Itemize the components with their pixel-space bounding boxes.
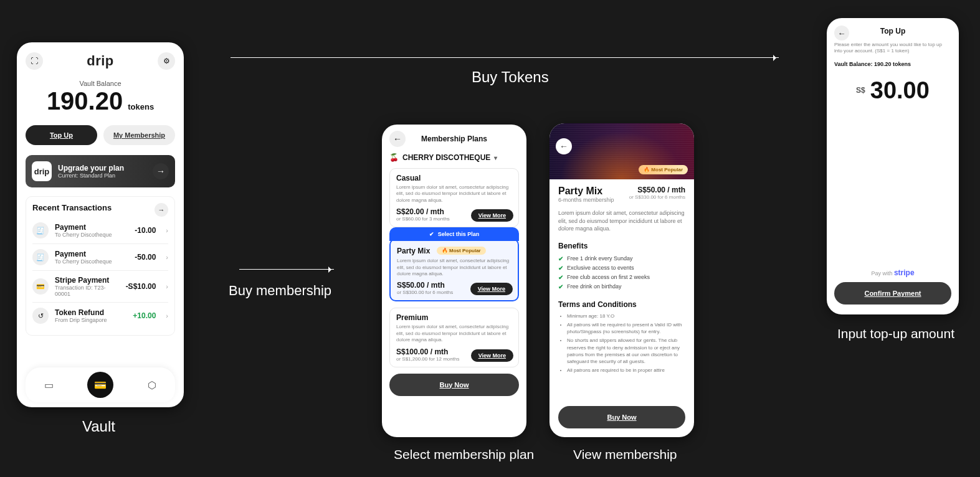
check-icon: ✔ — [558, 255, 563, 262]
term-item: Minimum age: 18 Y.O — [567, 313, 685, 319]
upgrade-title: Upgrade your plan — [58, 164, 124, 172]
arrow-buy-membership — [239, 269, 334, 270]
plan-desc: Lorem ipsum dolor sit amet, consectetur … — [397, 258, 511, 277]
tx-amount: -50.00 — [135, 253, 156, 262]
tx-name: Payment — [55, 250, 128, 258]
plan-card-partymix: ✔ Select this Plan Party Mix 🔥 Most Popu… — [389, 238, 519, 301]
upgrade-card[interactable]: drip Upgrade your plan Current: Standard… — [26, 155, 175, 187]
plan-name: Party Mix — [397, 247, 430, 255]
upgrade-sub: Current: Standard Plan — [58, 172, 124, 179]
see-all-icon[interactable]: → — [155, 203, 168, 217]
plan-card-casual: Casual Lorem ipsum dolor sit amet, conse… — [389, 168, 519, 227]
chevron-right-icon: → — [153, 163, 169, 179]
topup-hint: Please enter the amount you would like t… — [834, 42, 951, 55]
stripe-logo: stripe — [894, 268, 915, 277]
tx-amount: +10.00 — [133, 311, 156, 320]
tx-name: Token Refund — [55, 308, 126, 317]
check-icon: ✔ — [558, 265, 563, 272]
plan-alt: or S$330.00 for 6 months — [629, 194, 685, 200]
scan-icon[interactable]: ⛶ — [26, 52, 43, 70]
app-logo: drip — [87, 53, 114, 69]
check-icon: ✔ — [429, 231, 434, 237]
select-banner: ✔ Select this Plan — [389, 227, 519, 241]
plan-name: Premium — [396, 313, 512, 322]
benefit-row: ✔Free club access on first 2 weeks — [558, 273, 685, 282]
buy-now-button[interactable]: Buy Now — [389, 374, 519, 396]
pay-with-row: Pay with stripe — [834, 268, 951, 277]
wallet-icon[interactable]: 💳 — [87, 372, 113, 398]
box-icon[interactable]: ⬡ — [144, 377, 160, 393]
page-title: Top Up — [834, 27, 951, 35]
vault-screen: ⛶ drip ⚙ Vault Balance 190.20 tokens Top… — [17, 42, 184, 407]
amount-value: 30.00 — [870, 77, 930, 104]
tx-sub: From Drip Singapore — [55, 317, 126, 323]
tx-row[interactable]: 💳 Stripe Payment Transaction ID: T23-000… — [32, 270, 168, 302]
label-input-topup: Input top-up amount — [837, 326, 954, 341]
tx-row[interactable]: ↺ Token Refund From Drip Singapore +10.0… — [32, 302, 168, 329]
confirm-payment-button[interactable]: Confirm Payment — [834, 282, 951, 305]
recent-transactions: Recent Transactions → 🧾 Payment To Cherr… — [26, 196, 175, 336]
tx-name: Payment — [55, 223, 128, 232]
plan-desc: Lorem ipsum dolor sit amet, consectetur … — [396, 324, 512, 343]
view-more-button[interactable]: View More — [471, 349, 513, 362]
benefit-row: ✔Free 1 drink every Sunday — [558, 254, 685, 263]
topup-screen: ← Top Up Please enter the amount you wou… — [827, 18, 959, 314]
vault-balance-line: Vault Balance: 190.20 tokens — [834, 61, 951, 67]
my-membership-button[interactable]: My Membership — [103, 125, 175, 145]
plan-price: S$50.00 / mth — [629, 186, 685, 194]
plan-desc: Lorem ipsum dolor sit amet, consectetur … — [558, 209, 685, 233]
benefit-row: ✔Exclusive access to events — [558, 263, 685, 273]
tx-name: Stripe Payment — [55, 276, 120, 285]
benefit-row: ✔Free drink on birthday — [558, 282, 685, 291]
tx-sub: Transaction ID: T23-00001 — [55, 285, 120, 297]
back-icon[interactable]: ← — [834, 26, 849, 40]
chevron-right-icon: › — [166, 227, 168, 234]
term-item: All patrons will be required to present … — [567, 321, 685, 335]
label-buy-membership: Buy membership — [229, 283, 331, 299]
refund-icon: ↺ — [32, 308, 49, 324]
ticket-icon[interactable]: ▭ — [40, 377, 57, 393]
back-icon[interactable]: ← — [389, 131, 406, 147]
check-icon: ✔ — [558, 274, 563, 281]
app-logo-small: drip — [32, 161, 52, 181]
page-title: Membership Plans — [421, 135, 487, 143]
label-vault: Vault — [82, 418, 115, 435]
plans-screen: ← Membership Plans 🍒 CHERRY DISCOTHEQUE … — [382, 125, 526, 437]
plan-desc: Lorem ipsum dolor sit amet, consectetur … — [396, 184, 512, 204]
view-membership-screen: ← 🔥 Most Popular Party Mix 6-months memb… — [549, 123, 694, 437]
terms-title: Terms and Conditions — [558, 300, 685, 309]
tx-row[interactable]: 🧾 Payment To Cherry Discotheque -10.00 › — [32, 217, 168, 243]
plan-sub: 6-months membership — [558, 197, 614, 203]
tx-row[interactable]: 🧾 Payment To Cherry Discotheque -50.00 › — [32, 243, 168, 270]
tx-amount: -S$10.00 — [126, 282, 156, 291]
back-icon[interactable]: ← — [556, 138, 572, 154]
gear-icon[interactable]: ⚙ — [158, 52, 175, 70]
buy-now-button[interactable]: Buy Now — [558, 406, 685, 428]
balance-label: Vault Balance — [26, 80, 175, 87]
chevron-right-icon: › — [166, 312, 168, 319]
popular-badge: 🔥 Most Popular — [437, 247, 486, 255]
tx-sub: To Cherry Discotheque — [55, 258, 128, 265]
view-more-button[interactable]: View More — [471, 209, 513, 222]
plan-card-premium: Premium Lorem ipsum dolor sit amet, cons… — [389, 308, 519, 367]
check-icon: ✔ — [558, 283, 563, 290]
recent-header: Recent Transactions — [32, 203, 112, 212]
view-more-button[interactable]: View More — [470, 283, 513, 295]
payment-icon: 🧾 — [32, 249, 49, 265]
topup-button[interactable]: Top Up — [26, 125, 97, 145]
card-icon: 💳 — [32, 278, 49, 295]
label-select-plan: Select membership plan — [394, 447, 534, 462]
term-item: All patrons are required to be in proper… — [567, 367, 685, 374]
balance-unit: tokens — [128, 102, 154, 111]
plan-name: Casual — [396, 174, 512, 182]
hero-image: ← 🔥 Most Popular — [549, 123, 694, 179]
venue-dropdown[interactable]: 🍒 CHERRY DISCOTHEQUE ▾ — [389, 153, 519, 162]
amount-input[interactable]: S$ 30.00 — [834, 77, 951, 104]
chevron-down-icon: ▾ — [494, 154, 497, 161]
arrow-buy-tokens — [231, 57, 779, 58]
currency-label: S$ — [856, 86, 865, 95]
cherry-icon: 🍒 — [389, 153, 399, 162]
plan-name: Party Mix — [558, 186, 614, 197]
label-view-membership: View membership — [573, 447, 677, 462]
chevron-right-icon: › — [166, 253, 168, 261]
